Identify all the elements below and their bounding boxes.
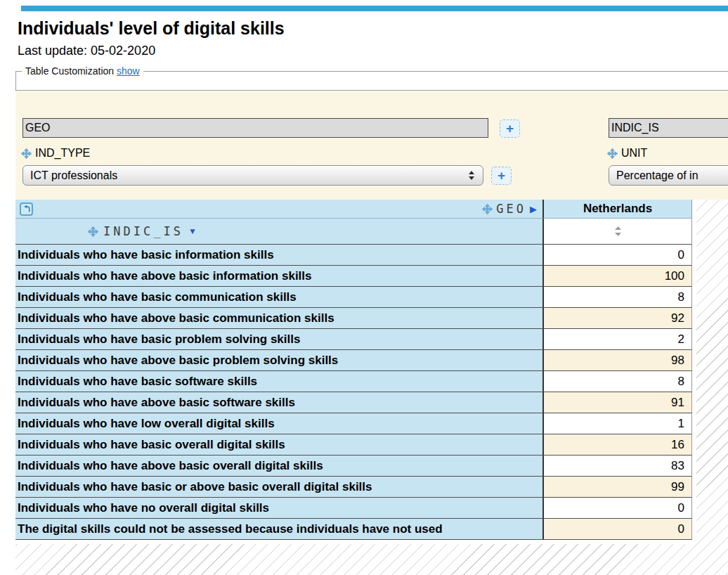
row-label: Individuals who have basic overall digit… (15, 434, 542, 456)
table-row: Individuals who have above basic communi… (15, 308, 692, 329)
unit-select[interactable]: Percentage of in (609, 165, 728, 186)
table-row: Individuals who have low overall digital… (15, 413, 692, 434)
table-row: Individuals who have basic or above basi… (15, 477, 692, 498)
row-value: 8 (542, 287, 692, 308)
page: Individuals' level of digital skills Las… (0, 0, 728, 575)
move-icon[interactable] (21, 148, 32, 159)
row-label: Individuals who have basic software skil… (15, 371, 542, 392)
row-value: 92 (542, 308, 692, 329)
row-label: Individuals who have no overall digital … (15, 498, 542, 519)
table-row: Individuals who have basic information s… (15, 245, 692, 266)
workspace-hatched-area: GEO ▶ Netherlands INDIC_IS ▼ (15, 200, 728, 575)
table-row: Individuals who have above basic overall… (15, 456, 692, 477)
row-label: Individuals who have above basic communi… (15, 308, 542, 329)
row-value: 8 (542, 371, 692, 392)
show-link[interactable]: show (117, 65, 140, 77)
add-geo-button[interactable]: + (500, 119, 520, 138)
indic-is-dimension-name: INDIC_IS (103, 224, 183, 238)
row-label: Individuals who have basic communication… (15, 287, 542, 308)
table-row: Individuals who have basic software skil… (15, 371, 692, 392)
row-label: Individuals who have basic or above basi… (15, 477, 542, 498)
move-icon[interactable] (482, 204, 493, 214)
row-label: Individuals who have low overall digital… (15, 413, 542, 434)
ind-type-selected-value: ICT professionals (30, 169, 117, 182)
page-title: Individuals' level of digital skills (18, 18, 285, 39)
row-value: 0 (542, 245, 692, 266)
sort-down-icon[interactable]: ▼ (188, 227, 197, 235)
table-row: Individuals who have no overall digital … (15, 498, 692, 519)
row-value: 83 (542, 456, 692, 477)
table-body: Individuals who have basic information s… (15, 245, 692, 540)
geo-column-dimension[interactable]: GEO ▶ (482, 202, 537, 216)
row-label: Individuals who have basic information s… (15, 245, 542, 266)
table-row: The digital skills could not be assessed… (15, 519, 692, 540)
row-label: Individuals who have above basic overall… (15, 456, 542, 477)
pivot-icon[interactable] (20, 202, 33, 216)
row-value: 2 (542, 329, 692, 350)
select-arrows-icon (469, 171, 474, 180)
row-label: Individuals who have basic problem solvi… (15, 329, 542, 350)
table-row: Individuals who have above basic informa… (15, 266, 692, 287)
unit-label: UNIT (621, 147, 647, 160)
table-row: Individuals who have above basic softwar… (15, 392, 692, 413)
data-table: GEO ▶ Netherlands INDIC_IS ▼ (15, 200, 696, 544)
column-sort-cell[interactable] (542, 219, 692, 245)
geo-header-cell: GEO ▶ (15, 200, 542, 219)
row-label: Individuals who have above basic informa… (15, 266, 542, 287)
expand-right-icon[interactable]: ▶ (530, 205, 537, 214)
row-value: 0 (542, 498, 692, 519)
ind-type-select[interactable]: ICT professionals (22, 165, 483, 186)
table-row: Individuals who have basic overall digit… (15, 434, 692, 456)
indic-is-dimension-box[interactable]: INDIC_IS (609, 118, 728, 138)
ind-type-label: IND_TYPE (35, 147, 90, 160)
move-icon[interactable] (607, 148, 618, 159)
row-value: 98 (542, 350, 692, 371)
row-value: 16 (542, 434, 692, 456)
top-accent-bar (21, 6, 728, 11)
table-row: Individuals who have above basic problem… (15, 350, 692, 371)
indic-is-header-cell: INDIC_IS ▼ (15, 219, 542, 245)
table-row: Individuals who have basic communication… (15, 287, 692, 308)
row-value: 0 (542, 519, 692, 540)
customization-legend-text: Table Customization (25, 65, 114, 77)
row-value: 1 (542, 413, 692, 434)
unit-selected-value: Percentage of in (616, 169, 698, 182)
row-label: Individuals who have above basic softwar… (15, 392, 542, 413)
table-header-row-indic: INDIC_IS ▼ (15, 219, 692, 245)
row-value: 91 (542, 392, 692, 413)
geo-dimension-name: GEO (496, 202, 526, 216)
table-customization-panel: Table Customization show (15, 65, 728, 91)
move-icon[interactable] (88, 226, 98, 237)
row-label: Individuals who have above basic problem… (15, 350, 542, 371)
customization-legend: Table Customization show (22, 65, 143, 77)
row-value: 99 (542, 477, 692, 498)
last-update-text: Last update: 05-02-2020 (18, 44, 155, 58)
sort-spinner-icon[interactable] (613, 226, 623, 236)
unit-dimension: UNIT (607, 147, 647, 160)
column-header-netherlands[interactable]: Netherlands (542, 200, 692, 219)
table-row: Individuals who have basic problem solvi… (15, 329, 692, 350)
table-header-row-geo: GEO ▶ Netherlands (15, 200, 692, 219)
ind-type-dimension: IND_TYPE (21, 147, 90, 160)
add-ind-type-button[interactable]: + (491, 167, 512, 185)
row-label: The digital skills could not be assessed… (15, 519, 542, 540)
row-value: 100 (542, 266, 692, 287)
geo-dimension-box[interactable]: GEO (22, 118, 488, 138)
